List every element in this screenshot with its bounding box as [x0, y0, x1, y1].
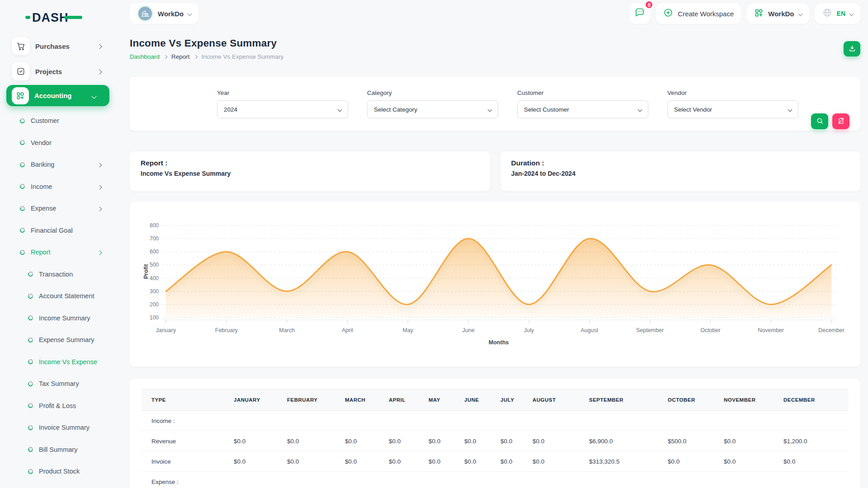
- sidebar-item-cash-flow[interactable]: Cash Flow: [0, 483, 116, 488]
- download-button[interactable]: [844, 41, 860, 56]
- category-select[interactable]: Select Category: [367, 100, 498, 118]
- sidebar-item-label: Income Summary: [39, 314, 90, 322]
- section-row: Income :: [142, 411, 849, 431]
- duration-card-value: Jan-2024 to Dec-2024: [511, 170, 850, 177]
- svg-text:September: September: [636, 327, 664, 333]
- vendor-selected-value: Select Vendor: [674, 106, 712, 113]
- breadcrumb-dashboard[interactable]: Dashboard: [130, 53, 160, 60]
- breadcrumb-report[interactable]: Report: [171, 53, 190, 60]
- sidebar-item-vendor[interactable]: Vendor: [0, 132, 116, 154]
- svg-text:400: 400: [150, 275, 159, 282]
- search-icon: [816, 117, 824, 126]
- profit-area-chart: 100200300400500600700800JanuaryFebruaryM…: [141, 210, 850, 355]
- cart-icon: [12, 37, 30, 55]
- column-header: TYPE: [142, 389, 234, 411]
- bullet-icon: [19, 205, 26, 212]
- dash-logo-icon: DASH: [25, 9, 94, 25]
- bullet-icon: [27, 380, 34, 387]
- sidebar-item-expense-summary[interactable]: Expense Summary: [0, 329, 116, 351]
- chevron-right-icon: [164, 55, 167, 58]
- customer-select[interactable]: Select Customer: [517, 100, 648, 118]
- filter-buttons: [811, 89, 849, 131]
- create-workspace-label: Create Workspace: [678, 10, 734, 18]
- category-filter-field: CategorySelect Category: [367, 89, 498, 131]
- chevron-right-icon: [97, 44, 102, 49]
- sidebar-item-label: Vendor: [31, 139, 52, 146]
- sidebar-item-income-vs-expense[interactable]: Income Vs Expense: [0, 351, 116, 373]
- sidebar-item-label: Expense Summary: [39, 336, 94, 343]
- plus-circle-icon: [663, 8, 673, 19]
- create-workspace-button[interactable]: Create Workspace: [656, 3, 741, 24]
- chevron-right-icon: [97, 69, 102, 74]
- workspace-switcher[interactable]: WorkDo: [130, 3, 198, 24]
- language-selector[interactable]: EN: [815, 3, 860, 24]
- globe-icon: [822, 8, 832, 19]
- sidebar-item-banking[interactable]: Banking: [0, 154, 116, 176]
- chart-card: 100200300400500600700800JanuaryFebruaryM…: [130, 202, 860, 366]
- section-label: Income :: [142, 411, 234, 431]
- sidebar-item-customer[interactable]: Customer: [0, 110, 116, 132]
- bullet-icon: [19, 161, 26, 168]
- sidebar-item-label: Bill Summary: [39, 446, 77, 453]
- income-expense-table: TYPEJANUARYFEBRUARYMARCHAPRILMAYJUNEJULY…: [142, 389, 849, 488]
- column-header: MARCH: [345, 389, 389, 411]
- svg-text:800: 800: [150, 222, 159, 229]
- category-label: Category: [367, 89, 498, 96]
- year-filter-field: Year2024: [217, 89, 348, 131]
- section-row: Expense :: [142, 472, 849, 488]
- cell-value: $0.0: [287, 431, 345, 451]
- cell-value: $0.0: [429, 451, 464, 472]
- duration-summary-card: Duration : Jan-2024 to Dec-2024: [500, 151, 861, 191]
- svg-text:500: 500: [150, 262, 159, 268]
- bullet-icon: [19, 227, 26, 234]
- year-select[interactable]: 2024: [217, 100, 348, 118]
- filter-fields: Year2024CategorySelect CategoryCustomerS…: [217, 89, 798, 131]
- chevron-down-icon: [188, 11, 192, 16]
- bullet-icon: [27, 271, 34, 277]
- svg-text:April: April: [342, 327, 353, 333]
- report-card-title: Report :: [141, 159, 479, 167]
- bullet-icon: [19, 183, 26, 190]
- sidebar-item-transaction[interactable]: Transaction: [0, 263, 116, 286]
- category-icon: [12, 87, 29, 104]
- sidebar-item-tax-summary[interactable]: Tax Summary: [0, 373, 116, 395]
- column-header: NOVEMBER: [724, 389, 783, 411]
- sidebar-item-bill-summary[interactable]: Bill Summary: [0, 439, 116, 461]
- svg-text:February: February: [215, 327, 238, 333]
- sidebar-item-label: Transaction: [39, 271, 73, 278]
- sidebar-item-income[interactable]: Income: [0, 176, 116, 198]
- cell-value: $0.0: [724, 431, 783, 451]
- sidebar-item-profit-loss[interactable]: Profit & Loss: [0, 395, 116, 417]
- sidebar-item-invoice-summary[interactable]: Invoice Summary: [0, 417, 116, 439]
- sidebar-item-label: Tax Summary: [39, 380, 79, 387]
- vendor-select[interactable]: Select Vendor: [667, 100, 798, 118]
- svg-text:Profit: Profit: [143, 264, 149, 279]
- cell-value: $0.0: [345, 451, 389, 472]
- year-selected-value: 2024: [224, 106, 237, 113]
- breadcrumb-current: Income Vs Expense Summary: [202, 53, 284, 60]
- reset-filter-button[interactable]: [832, 113, 849, 129]
- sidebar-item-expense[interactable]: Expense: [0, 197, 116, 220]
- sidebar-item-purchases[interactable]: Purchases: [0, 33, 116, 59]
- sidebar-item-product-stock[interactable]: Product Stock: [0, 460, 116, 483]
- sidebar-item-report[interactable]: Report: [0, 241, 116, 263]
- brand-logo[interactable]: DASH: [25, 9, 116, 25]
- clipboard-slash-icon: [837, 117, 845, 126]
- sidebar-item-income-summary[interactable]: Income Summary: [0, 307, 116, 329]
- chevron-down-icon: [798, 11, 802, 16]
- filter-card: Year2024CategorySelect CategoryCustomerS…: [130, 77, 860, 131]
- sidebar-item-projects[interactable]: Projects: [0, 59, 116, 84]
- table-row: Invoice$0.0$0.0$0.0$0.0$0.0$0.0$0.0$0.0$…: [142, 451, 849, 472]
- sidebar-item-label: Report: [31, 249, 51, 256]
- bullet-icon: [19, 117, 26, 124]
- messages-button[interactable]: 0: [629, 3, 650, 24]
- cell-value: $0.0: [464, 431, 500, 451]
- chevron-right-icon: [98, 251, 102, 255]
- sidebar-item-account-statement[interactable]: Account Statement: [0, 285, 116, 307]
- workdo-menu-button[interactable]: WorkDo: [747, 3, 809, 24]
- apply-filter-button[interactable]: [811, 113, 828, 129]
- sidebar-item-financial-goal[interactable]: Financial Goal: [0, 220, 116, 242]
- column-header: MAY: [429, 389, 464, 411]
- sidebar-item-accounting[interactable]: Accounting: [6, 85, 109, 106]
- chevron-right-icon: [98, 163, 102, 168]
